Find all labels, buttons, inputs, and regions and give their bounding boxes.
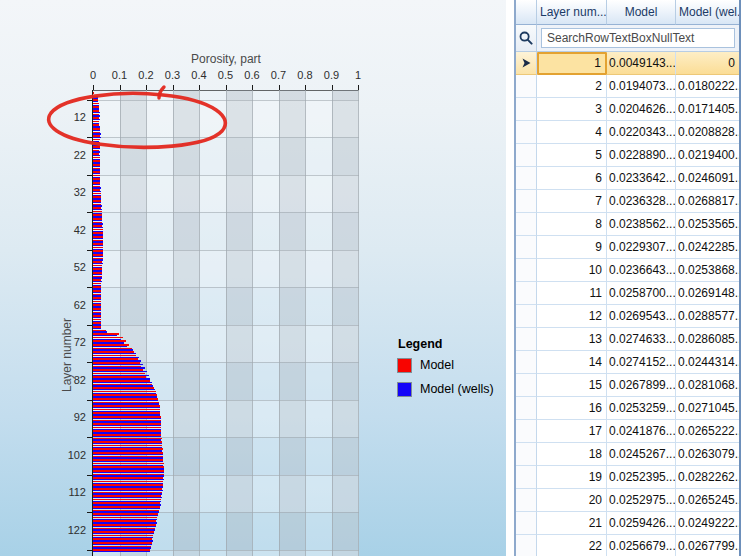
- cell-model[interactable]: 0.0204626...: [607, 98, 676, 121]
- row-indicator-cell[interactable]: [516, 144, 537, 167]
- cell-model[interactable]: 0.0258700...: [607, 282, 676, 305]
- row-indicator-cell[interactable]: [516, 259, 537, 282]
- cell-model-wells[interactable]: 0.0267799...: [676, 535, 739, 556]
- cell-model[interactable]: 0.0267899...: [607, 374, 676, 397]
- cell-layer-number[interactable]: 17: [537, 420, 607, 443]
- cell-model[interactable]: 0.0241876...: [607, 420, 676, 443]
- cell-model-wells[interactable]: 0.0271045...: [676, 397, 739, 420]
- table-row[interactable]: 220.0256679...0.0267799...: [516, 535, 739, 556]
- cell-model-wells[interactable]: 0.0265222...: [676, 420, 739, 443]
- row-indicator-cell[interactable]: [516, 305, 537, 328]
- cell-model-wells[interactable]: 0.0253565...: [676, 213, 739, 236]
- cell-model-wells[interactable]: 0.0171405...: [676, 98, 739, 121]
- cell-model-wells[interactable]: 0.0253868...: [676, 259, 739, 282]
- cell-model-wells[interactable]: 0.0269148...: [676, 282, 739, 305]
- table-row[interactable]: 120.0269543...0.0288577...: [516, 305, 739, 328]
- row-indicator-cell[interactable]: [516, 351, 537, 374]
- table-row[interactable]: 200.0252975...0.0265245...: [516, 489, 739, 512]
- table-row[interactable]: 10.0049143...0: [516, 52, 739, 75]
- row-indicator-cell[interactable]: [516, 328, 537, 351]
- cell-layer-number[interactable]: 22: [537, 535, 607, 556]
- cell-model-wells[interactable]: 0: [676, 52, 739, 75]
- row-indicator-cell[interactable]: [516, 420, 537, 443]
- table-row[interactable]: 170.0241876...0.0265222...: [516, 420, 739, 443]
- cell-model-wells[interactable]: 0.0208828...: [676, 121, 739, 144]
- cell-model-wells[interactable]: 0.0281068...: [676, 374, 739, 397]
- cell-layer-number[interactable]: 20: [537, 489, 607, 512]
- search-input[interactable]: [541, 28, 735, 48]
- column-header-model[interactable]: Model: [607, 0, 676, 25]
- panel-splitter[interactable]: [506, 0, 514, 556]
- cell-model-wells[interactable]: 0.0265245...: [676, 489, 739, 512]
- table-row[interactable]: 40.0220343...0.0208828...: [516, 121, 739, 144]
- row-indicator-cell[interactable]: [516, 512, 537, 535]
- table-row[interactable]: 100.0236643...0.0253868...: [516, 259, 739, 282]
- row-indicator-cell[interactable]: [516, 167, 537, 190]
- row-indicator-cell[interactable]: [516, 443, 537, 466]
- row-indicator-cell[interactable]: [516, 282, 537, 305]
- cell-layer-number[interactable]: 14: [537, 351, 607, 374]
- cell-model-wells[interactable]: 0.0268817...: [676, 190, 739, 213]
- cell-model[interactable]: 0.0238562...: [607, 213, 676, 236]
- row-indicator-cell[interactable]: [516, 374, 537, 397]
- table-row[interactable]: 130.0274633...0.0286085...: [516, 328, 739, 351]
- row-indicator-cell[interactable]: [516, 52, 537, 75]
- cell-layer-number[interactable]: 8: [537, 213, 607, 236]
- cell-layer-number[interactable]: 13: [537, 328, 607, 351]
- cell-layer-number[interactable]: 19: [537, 466, 607, 489]
- column-header-layer-number[interactable]: Layer num...: [537, 0, 607, 25]
- table-row[interactable]: 190.0252395...0.0282262...: [516, 466, 739, 489]
- cell-layer-number[interactable]: 16: [537, 397, 607, 420]
- table-row[interactable]: 180.0245267...0.0263079...: [516, 443, 739, 466]
- cell-layer-number[interactable]: 5: [537, 144, 607, 167]
- cell-layer-number[interactable]: 6: [537, 167, 607, 190]
- cell-layer-number[interactable]: 12: [537, 305, 607, 328]
- cell-model[interactable]: 0.0274633...: [607, 328, 676, 351]
- cell-model[interactable]: 0.0252395...: [607, 466, 676, 489]
- row-indicator-cell[interactable]: [516, 75, 537, 98]
- cell-model[interactable]: 0.0229307...: [607, 236, 676, 259]
- cell-model[interactable]: 0.0236328...: [607, 190, 676, 213]
- cell-model[interactable]: 0.0253259...: [607, 397, 676, 420]
- table-row[interactable]: 110.0258700...0.0269148...: [516, 282, 739, 305]
- row-indicator-cell[interactable]: [516, 489, 537, 512]
- table-row[interactable]: 20.0194073...0.0180222...: [516, 75, 739, 98]
- column-header-model-wells[interactable]: Model (wel...: [676, 0, 739, 25]
- cell-model[interactable]: 0.0256679...: [607, 535, 676, 556]
- cell-model-wells[interactable]: 0.0180222...: [676, 75, 739, 98]
- table-row[interactable]: 80.0238562...0.0253565...: [516, 213, 739, 236]
- table-row[interactable]: 60.0233642...0.0246091...: [516, 167, 739, 190]
- cell-model[interactable]: 0.0236643...: [607, 259, 676, 282]
- cell-layer-number[interactable]: 7: [537, 190, 607, 213]
- cell-layer-number[interactable]: 15: [537, 374, 607, 397]
- cell-model-wells[interactable]: 0.0286085...: [676, 328, 739, 351]
- cell-layer-number[interactable]: 1: [537, 52, 607, 75]
- table-row[interactable]: 210.0259426...0.0249222...: [516, 512, 739, 535]
- cell-model-wells[interactable]: 0.0244314...: [676, 351, 739, 374]
- cell-model-wells[interactable]: 0.0242285...: [676, 236, 739, 259]
- cell-model[interactable]: 0.0233642...: [607, 167, 676, 190]
- row-indicator-cell[interactable]: [516, 236, 537, 259]
- table-row[interactable]: 140.0274152...0.0244314...: [516, 351, 739, 374]
- cell-model-wells[interactable]: 0.0282262...: [676, 466, 739, 489]
- cell-model[interactable]: 0.0252975...: [607, 489, 676, 512]
- table-row[interactable]: 30.0204626...0.0171405...: [516, 98, 739, 121]
- cell-layer-number[interactable]: 2: [537, 75, 607, 98]
- table-row[interactable]: 150.0267899...0.0281068...: [516, 374, 739, 397]
- cell-layer-number[interactable]: 4: [537, 121, 607, 144]
- table-row[interactable]: 160.0253259...0.0271045...: [516, 397, 739, 420]
- cell-layer-number[interactable]: 10: [537, 259, 607, 282]
- table-row[interactable]: 90.0229307...0.0242285...: [516, 236, 739, 259]
- row-indicator-cell[interactable]: [516, 535, 537, 556]
- cell-model[interactable]: 0.0245267...: [607, 443, 676, 466]
- row-indicator-cell[interactable]: [516, 190, 537, 213]
- cell-model-wells[interactable]: 0.0246091...: [676, 167, 739, 190]
- row-indicator-cell[interactable]: [516, 98, 537, 121]
- cell-layer-number[interactable]: 21: [537, 512, 607, 535]
- table-row[interactable]: 50.0228890...0.0219400...: [516, 144, 739, 167]
- cell-model-wells[interactable]: 0.0263079...: [676, 443, 739, 466]
- row-indicator-cell[interactable]: [516, 121, 537, 144]
- cell-model[interactable]: 0.0228890...: [607, 144, 676, 167]
- cell-model[interactable]: 0.0274152...: [607, 351, 676, 374]
- cell-model[interactable]: 0.0194073...: [607, 75, 676, 98]
